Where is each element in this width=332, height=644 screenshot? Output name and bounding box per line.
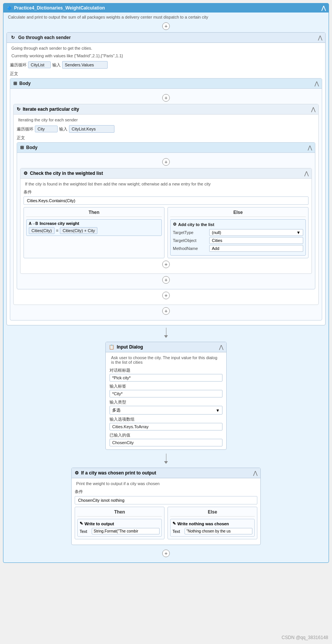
body-outer-collapse[interactable]: ⋀ — [315, 80, 319, 86]
input-type-select[interactable]: 多选 ▼ — [110, 406, 222, 415]
outer-loop-block: ↻ Go through each sender ⋀ Going through… — [6, 32, 326, 325]
inner-loop-header-left: ↻ Iterate each particular city — [17, 107, 79, 112]
invoke-icon: ⚙ — [173, 222, 177, 227]
flow-arrow-shape-1 — [164, 328, 168, 338]
method-name-value[interactable]: Add — [209, 245, 303, 252]
input-type-value: 多选 — [112, 407, 121, 413]
body-inner-icon: ⊞ — [20, 145, 24, 150]
if-condition-box[interactable]: ChosenCity isnot nothing — [75, 496, 257, 504]
body-inner-title: Body — [26, 145, 38, 150]
write-nothing-block: ✎ Write nothing was chosen Text "Nothing… — [170, 519, 255, 537]
body-outer-block: ⊞ Body ⋀ + ↻ Iterate — [10, 78, 322, 320]
then-else-row: Then A→B Increase city weight — [23, 207, 309, 258]
flow-line-2 — [166, 454, 166, 461]
input-dialog-desc: Ask user to choose the city. The input v… — [110, 355, 222, 364]
outer-loop-header-left: ↻ Go through each sender — [10, 35, 71, 41]
outer-loop-header: ↻ Go through each sender ⋀ — [7, 33, 325, 43]
entered-value-input[interactable]: ChosenCity — [110, 439, 222, 446]
add-btn-after-check: + — [20, 276, 312, 284]
target-type-label: TargetType — [173, 230, 207, 235]
inner-loop-value[interactable]: CityList.Keys — [69, 125, 114, 133]
check-city-title: Check the city in the weighted list — [30, 171, 103, 176]
target-object-row: TargetObject Cities — [173, 237, 303, 244]
assign-left[interactable]: Cities(City) — [29, 227, 55, 234]
method-name-row: MethodName Add — [173, 245, 303, 252]
body-outer-header: ⊞ Body ⋀ — [10, 79, 322, 89]
increase-weight-header: A→B Increase city weight — [29, 221, 159, 226]
add-circle-bottom[interactable]: + — [162, 550, 170, 557]
check-city-header: ⚙ Check the city in the weighted list ⋀ — [20, 168, 312, 179]
inner-loop-collapse[interactable]: ⋀ — [311, 106, 315, 112]
input-dialog-title: Input Dialog — [117, 344, 143, 350]
if-city-title: If a city was chosen print to output — [81, 470, 156, 476]
if-else-label: Else — [170, 509, 255, 517]
outer-loop-desc1: Going through each sender to get the cit… — [10, 46, 322, 50]
input-dialog-wrapper: 📋 Input Dialog ⋀ Ask user to choose the … — [6, 340, 326, 451]
write-nothing-icon: ✎ — [172, 521, 176, 526]
write-nothing-text-label: Text — [172, 529, 183, 534]
check-city-block: ⚙ Check the city in the weighted list ⋀ … — [20, 168, 312, 274]
write-output-row: Text String.Format("The combir — [80, 528, 160, 534]
inner-loop-var[interactable]: City — [35, 126, 58, 132]
input-label-input[interactable]: *City* — [110, 390, 222, 397]
input-options-input[interactable]: Cities.Keys.ToArray — [110, 423, 222, 430]
write-output-header: ✎ Write to output — [80, 521, 160, 526]
add-btn-bottom: + — [6, 550, 326, 557]
outer-loop-collapse[interactable]: ⋀ — [318, 35, 322, 41]
input-dialog-content: Ask user to choose the city. The input v… — [106, 352, 226, 449]
check-city-collapse[interactable]: ⋀ — [304, 170, 309, 176]
if-city-desc: Print the weight to output if a city was… — [75, 481, 257, 486]
title-left: 🔷 Practice4_Dictionaries_WeightCalculati… — [6, 5, 105, 11]
input-type-label: 输入类型 — [110, 399, 222, 405]
body-inner-header-left: ⊞ Body — [20, 145, 38, 150]
add-city-block: ⚙ Add city to the list TargetType — [170, 219, 306, 256]
add-city-header: ⚙ Add city to the list — [173, 222, 303, 227]
then-label: Then — [26, 210, 162, 217]
body-outer-header-left: ⊞ Body — [13, 81, 31, 86]
if-icon: ⚙ — [75, 470, 79, 476]
outer-loop-value[interactable]: Senders.Values — [62, 61, 108, 69]
add-circle-after-inner-loop[interactable]: + — [162, 307, 170, 315]
if-block-wrapper: ⚙ If a city was chosen print to output ⋀… — [6, 466, 326, 547]
main-collapse-btn[interactable]: ⋀ — [321, 5, 326, 11]
write-nothing-row: Text "Nothing chosen by the us — [172, 528, 252, 534]
outer-loop-var[interactable]: CityList — [28, 61, 51, 68]
input-type-dropdown-icon: ▼ — [216, 408, 220, 413]
outer-loop-title: Go through each sender — [18, 35, 71, 40]
watermark: CSDN @qq_38316148 — [282, 635, 328, 640]
inner-loop-block: ↻ Iterate each particular city ⋀ Iterati… — [13, 104, 319, 305]
target-type-select[interactable]: (null) ▼ — [209, 229, 303, 236]
target-type-value: (null) — [212, 230, 221, 235]
dialog-title-input[interactable]: *Pick city* — [110, 374, 222, 382]
write-nothing-text-value[interactable]: "Nothing chosen by the us — [185, 528, 252, 534]
target-object-value[interactable]: Cities — [209, 237, 303, 244]
assign-op: = — [56, 228, 58, 233]
then-col: Then A→B Increase city weight — [23, 207, 164, 258]
add-circle-body-inner[interactable]: + — [162, 158, 170, 166]
condition-box[interactable]: Cities.Keys.Contains(City) — [23, 196, 309, 205]
input-dialog-collapse[interactable]: ⋀ — [219, 344, 223, 350]
body-inner-collapse[interactable]: ⋀ — [308, 145, 312, 151]
add-circle-top[interactable]: + — [162, 22, 170, 30]
assign-right[interactable]: Cities(City) + City — [60, 227, 97, 234]
if-city-collapse[interactable]: ⋀ — [253, 470, 257, 476]
if-then-col: Then ✎ Write to output Text String.Forma… — [75, 507, 164, 539]
add-city-title: Add city to the list — [178, 222, 214, 227]
add-circle-body-outer[interactable]: + — [162, 94, 170, 102]
check-city-content: If the city is found in the weighted lis… — [20, 179, 312, 273]
add-btn-check-city: + — [23, 261, 309, 268]
write-output-text-value[interactable]: String.Format("The combir — [92, 528, 160, 534]
add-btn-body-inner: + — [20, 158, 312, 166]
inner-loop-row: 遍历循环 City 输入 CityList.Keys — [17, 125, 315, 133]
add-circle-check-city[interactable]: + — [162, 261, 170, 268]
outer-loop-content: Going through each sender to get the cit… — [7, 43, 325, 325]
input-options-label: 输入选项数组 — [110, 416, 222, 422]
input-dialog-block: 📋 Input Dialog ⋀ Ask user to choose the … — [105, 342, 227, 450]
write-output-text-label: Text — [80, 529, 90, 534]
input-dialog-header: 📋 Input Dialog ⋀ — [106, 342, 226, 352]
main-container: 🔷 Practice4_Dictionaries_WeightCalculati… — [3, 3, 329, 563]
body-outer-icon: ⊞ — [13, 81, 17, 86]
add-circle-after-check[interactable]: + — [162, 276, 170, 284]
outer-loop-in: 输入 — [52, 62, 61, 68]
add-circle-after-inner-body[interactable]: + — [162, 292, 170, 299]
